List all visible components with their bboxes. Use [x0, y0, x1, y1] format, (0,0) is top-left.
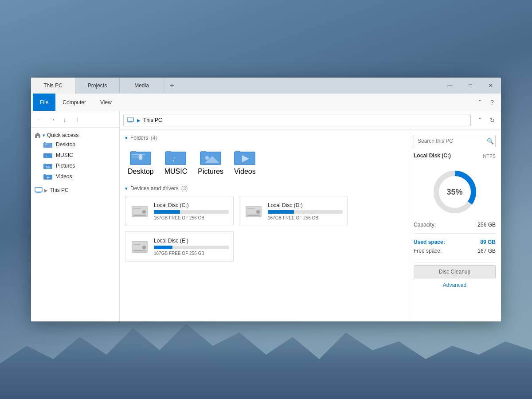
this-pc-icon — [35, 187, 43, 193]
device-item-d[interactable]: Local Disc (D:) 167GB FREE OF 256 GB — [239, 196, 348, 226]
free-value: 167 GB — [477, 248, 496, 254]
content-with-search: ▾ Folders (4) — [120, 129, 501, 321]
search-input[interactable] — [418, 138, 484, 144]
svg-rect-47 — [133, 208, 141, 209]
tab-this-pc[interactable]: This PC — [31, 78, 75, 94]
folders-arrow[interactable]: ▾ — [125, 135, 128, 141]
quick-access-section: ▾ Quick access — [31, 128, 119, 185]
large-desktop-folder-icon — [130, 148, 151, 166]
device-item-e[interactable]: Local Disc (E:) 167GB FREE OF 256 GB — [125, 231, 234, 262]
folder-pictures-label: Pictures — [198, 168, 223, 176]
divider-1 — [414, 233, 496, 234]
tab-media[interactable]: Media — [120, 78, 164, 94]
close-button[interactable]: ✕ — [481, 78, 501, 94]
down-button[interactable]: ↓ — [59, 114, 70, 125]
ribbon-help-button[interactable]: ? — [487, 97, 497, 108]
device-info-d: Local Disc (D:) 167GB FREE OF 256 GB — [268, 202, 343, 220]
ribbon-chevron-button[interactable]: ˅ — [474, 97, 485, 108]
address-location: This PC — [143, 117, 162, 123]
address-dropdown-button[interactable]: ˅ — [474, 115, 485, 125]
large-pictures-folder-icon — [200, 148, 221, 166]
ribbon-actions: ˅ ? — [474, 97, 499, 108]
device-c-fill — [154, 210, 180, 214]
sidebar: ← → ↓ ↑ ▾ Quick access — [31, 111, 120, 321]
nav-bar: ← → ↓ ↑ — [31, 111, 119, 128]
cleanup-button[interactable]: Disc Cleanup — [414, 265, 496, 278]
sidebar-item-pictures[interactable]: Pictures — [31, 160, 119, 171]
sidebar-desktop-label: Desktop — [56, 141, 75, 148]
device-d-name: Local Disc (D:) — [268, 202, 343, 208]
home-icon — [35, 132, 41, 138]
device-c-free: 167GB FREE OF 256 GB — [154, 215, 229, 220]
device-e-fill — [154, 246, 172, 249]
panel-info: Capacity: 256 GB Used space: 89 GB Free … — [414, 222, 496, 254]
svg-text:♪: ♪ — [172, 154, 176, 163]
ribbon-tab-computer[interactable]: Computer — [55, 94, 93, 111]
device-d-bar — [268, 210, 343, 214]
svg-rect-6 — [45, 145, 48, 145]
capacity-label: Capacity: — [414, 222, 436, 228]
folder-desktop-label: Desktop — [128, 168, 154, 176]
devices-grid: Local Disc (C:) 167GB FREE OF 256 GB — [125, 196, 403, 262]
file-grid: ▾ Folders (4) — [120, 129, 408, 267]
folder-item-pictures[interactable]: Pictures — [195, 145, 226, 178]
folder-item-music[interactable]: ♪ MUSIC — [162, 145, 190, 178]
tab-add-button[interactable]: + — [164, 78, 180, 94]
used-label: Used space: — [414, 239, 445, 245]
desktop-folder-icon — [43, 141, 52, 148]
svg-rect-3 — [44, 142, 46, 143]
svg-rect-26 — [132, 154, 145, 155]
maximize-button[interactable]: □ — [460, 78, 481, 94]
folder-item-desktop[interactable]: Desktop — [125, 145, 156, 178]
back-button[interactable]: ← — [35, 114, 45, 125]
disk-icon-e — [130, 237, 149, 256]
panel-fs-type: NTFS — [483, 153, 496, 159]
svg-point-51 — [256, 210, 260, 214]
folders-label: Folders — [130, 135, 148, 141]
pictures-folder-icon — [43, 162, 52, 169]
devices-section-header: ▾ Devices amd drivers (3) — [125, 185, 403, 192]
devices-label: Devices amd drivers — [130, 185, 179, 192]
sidebar-item-music[interactable]: ♪ MUSIC — [31, 150, 119, 160]
folder-item-videos[interactable]: Videos — [231, 145, 258, 178]
advanced-link[interactable]: Advanced — [414, 282, 496, 288]
window-controls: — □ ✕ — [440, 78, 501, 94]
forward-button[interactable]: → — [47, 114, 58, 125]
sidebar-item-desktop[interactable]: Desktop — [31, 139, 119, 150]
device-item-c[interactable]: Local Disc (C:) 167GB FREE OF 256 GB — [125, 196, 234, 226]
donut-percent-label: 35% — [446, 188, 462, 197]
svg-text:♪: ♪ — [45, 154, 47, 158]
sidebar-this-pc[interactable]: ▶ This PC — [31, 185, 119, 195]
free-row: Free space: 167 GB — [414, 248, 496, 254]
ribbon-tab-file[interactable]: File — [33, 94, 55, 111]
device-c-bar — [154, 210, 229, 214]
svg-rect-57 — [133, 244, 141, 245]
search-box[interactable]: 🔍 — [414, 135, 496, 147]
divider-2 — [414, 262, 496, 262]
devices-count: (3) — [181, 185, 188, 192]
search-container: 🔍 — [414, 135, 496, 147]
device-c-name: Local Disc (C:) — [154, 202, 229, 208]
file-grid-container: ▾ Folders (4) — [120, 129, 408, 321]
quick-access-label: Quick access — [47, 132, 78, 138]
svg-rect-11 — [44, 164, 46, 164]
sidebar-music-label: MUSIC — [56, 152, 73, 158]
up-button[interactable]: ↑ — [72, 114, 82, 125]
refresh-button[interactable]: ↻ — [487, 115, 497, 125]
sidebar-item-videos[interactable]: Videos — [31, 171, 119, 182]
sidebar-pictures-label: Pictures — [56, 163, 75, 169]
svg-rect-20 — [127, 117, 133, 121]
quick-access-header[interactable]: ▾ Quick access — [31, 131, 119, 139]
capacity-value: 256 GB — [477, 222, 496, 228]
folder-grid: Desktop ♪ MUSIC — [125, 145, 403, 178]
devices-arrow[interactable]: ▾ — [125, 186, 128, 192]
svg-rect-5 — [45, 144, 49, 144]
device-d-fill — [268, 210, 294, 214]
svg-rect-50 — [247, 215, 260, 216]
title-bar: This PC Projects Media + — □ ✕ — [31, 78, 501, 94]
ribbon-tab-view[interactable]: View — [93, 94, 119, 111]
minimize-button[interactable]: — — [440, 78, 460, 94]
tab-projects[interactable]: Projects — [75, 78, 120, 94]
device-e-bar — [154, 246, 229, 249]
address-input[interactable]: ▶ This PC — [123, 114, 471, 126]
